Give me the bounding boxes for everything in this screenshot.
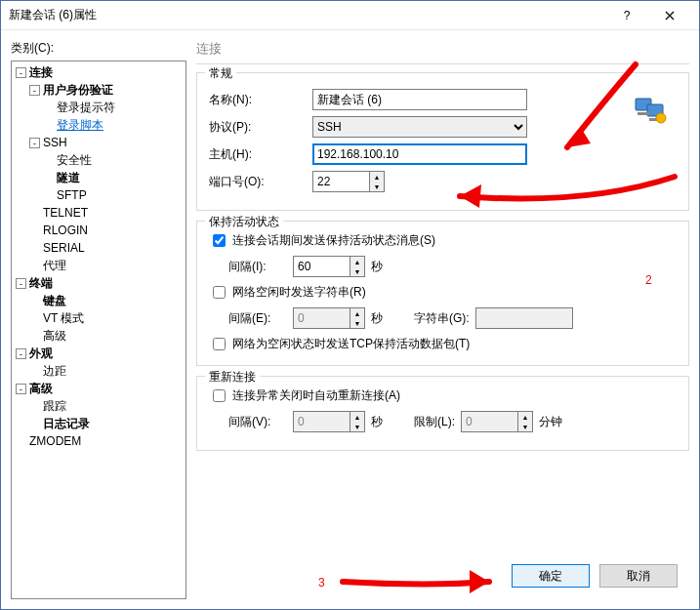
tree-connection[interactable]: 连接 xyxy=(29,65,53,79)
auto-reconnect-checkbox[interactable] xyxy=(213,389,226,402)
idle-string-checkbox[interactable] xyxy=(213,286,226,299)
idle-string-label: 网络空闲时发送字符串(R) xyxy=(232,284,366,301)
group-keepalive-title: 保持活动状态 xyxy=(205,214,283,230)
interval-v-label: 间隔(V): xyxy=(209,414,287,430)
tree-trace[interactable]: 跟踪 xyxy=(43,399,66,413)
right-column: 连接 常规 名称(N): 协议(P): xyxy=(196,40,689,599)
tree-zmodem[interactable]: ZMODEM xyxy=(29,434,81,448)
close-icon xyxy=(665,11,675,20)
svg-rect-2 xyxy=(638,112,649,115)
interval-i-spinner[interactable]: ▲▼ xyxy=(293,256,365,277)
category-label: 类别(C): xyxy=(11,40,186,57)
keepalive-send-checkbox[interactable] xyxy=(213,234,226,247)
protocol-select[interactable]: SSH xyxy=(312,116,527,138)
tree-margins[interactable]: 边距 xyxy=(43,364,66,378)
keepalive-send-label: 连接会话期间发送保持活动状态消息(S) xyxy=(232,232,435,249)
chevron-down-icon[interactable]: ▼ xyxy=(370,182,384,191)
ok-button[interactable]: 确定 xyxy=(512,564,590,588)
limit-label: 限制(L): xyxy=(414,414,455,430)
expand-icon[interactable]: - xyxy=(29,85,40,96)
group-general-title: 常规 xyxy=(205,65,236,82)
interval-v-input xyxy=(293,411,350,432)
tree-appearance[interactable]: 外观 xyxy=(29,346,53,360)
interval-e-spinner: ▲▼ xyxy=(293,307,365,329)
titlebar: 新建会话 (6)属性 ? xyxy=(1,1,699,30)
chevron-up-icon[interactable]: ▲ xyxy=(370,172,384,182)
tree-ssh[interactable]: SSH xyxy=(43,136,67,149)
expand-icon[interactable]: - xyxy=(16,348,26,359)
interval-e-input xyxy=(293,307,350,329)
host-input[interactable] xyxy=(312,143,527,165)
chevron-up-icon[interactable]: ▲ xyxy=(350,257,364,266)
chevron-up-icon: ▲ xyxy=(350,412,364,422)
seconds-label: 秒 xyxy=(371,259,383,275)
tree-sftp[interactable]: SFTP xyxy=(57,188,87,202)
string-input xyxy=(475,307,573,329)
interval-i-input[interactable] xyxy=(293,256,350,277)
chevron-up-icon: ▲ xyxy=(518,412,532,422)
tree-logging[interactable]: 日志记录 xyxy=(43,417,90,430)
tree-tunnel[interactable]: 隧道 xyxy=(57,171,80,184)
expand-icon[interactable]: - xyxy=(16,384,26,394)
tree-user-auth[interactable]: 用户身份验证 xyxy=(43,83,113,97)
tree-keyboard[interactable]: 键盘 xyxy=(43,294,66,307)
expand-icon[interactable]: - xyxy=(16,278,26,289)
close-button[interactable] xyxy=(648,1,691,30)
chevron-down-icon: ▼ xyxy=(350,318,364,328)
host-label: 主机(H): xyxy=(209,146,307,163)
tree-advanced[interactable]: 高级 xyxy=(29,382,53,395)
tcp-keepalive-label: 网络为空闲状态时发送TCP保持活动数据包(T) xyxy=(232,336,470,352)
tree-login-script[interactable]: 登录脚本 xyxy=(57,118,103,132)
chevron-down-icon: ▼ xyxy=(518,422,532,431)
help-button[interactable]: ? xyxy=(605,1,648,30)
tree-serial[interactable]: SERIAL xyxy=(43,241,85,255)
content: 类别(C): -连接 -用户身份验证 登录提示符 登录脚本 -SSH xyxy=(1,30,699,609)
seconds-label: 秒 xyxy=(371,310,383,327)
chevron-down-icon[interactable]: ▼ xyxy=(350,266,364,276)
dialog-window: 新建会话 (6)属性 ? 类别(C): -连接 -用户身份验证 登录提示符 登录… xyxy=(0,0,700,610)
seconds-label: 秒 xyxy=(371,414,383,430)
port-label: 端口号(O): xyxy=(209,174,307,190)
name-input[interactable] xyxy=(312,89,527,110)
limit-spinner: ▲▼ xyxy=(461,411,533,432)
port-spinner[interactable]: ▲▼ xyxy=(312,171,385,192)
protocol-label: 协议(P): xyxy=(209,119,307,136)
category-tree[interactable]: -连接 -用户身份验证 登录提示符 登录脚本 -SSH 安全性 xyxy=(11,61,186,599)
left-column: 类别(C): -连接 -用户身份验证 登录提示符 登录脚本 -SSH xyxy=(11,40,186,599)
limit-input xyxy=(461,411,517,432)
expand-icon[interactable]: - xyxy=(16,67,26,78)
tree-security[interactable]: 安全性 xyxy=(57,153,92,167)
port-input[interactable] xyxy=(312,171,369,192)
minutes-label: 分钟 xyxy=(539,414,562,430)
group-reconnect-title: 重新连接 xyxy=(205,369,260,386)
chevron-up-icon: ▲ xyxy=(350,308,364,318)
tree-advanced-term[interactable]: 高级 xyxy=(43,329,66,343)
tree-terminal[interactable]: 终端 xyxy=(29,276,53,290)
window-title: 新建会话 (6)属性 xyxy=(9,7,605,23)
string-label: 字符串(G): xyxy=(414,310,470,327)
tree-proxy[interactable]: 代理 xyxy=(43,259,66,272)
interval-v-spinner: ▲▼ xyxy=(293,411,365,432)
tree-login-prompt[interactable]: 登录提示符 xyxy=(57,101,115,114)
tree-rlogin[interactable]: RLOGIN xyxy=(43,224,88,237)
dialog-footer: 确定 取消 xyxy=(512,564,678,588)
tree-telnet[interactable]: TELNET xyxy=(43,206,88,220)
name-label: 名称(N): xyxy=(209,92,307,108)
group-reconnect: 重新连接 连接异常关闭时自动重新连接(A) 间隔(V): ▲▼ 秒 限制(L):… xyxy=(196,376,689,451)
chevron-down-icon: ▼ xyxy=(350,422,364,431)
tree-vt-mode[interactable]: VT 模式 xyxy=(43,311,84,325)
expand-icon[interactable]: - xyxy=(29,138,40,148)
panel-title: 连接 xyxy=(196,40,689,64)
cancel-button[interactable]: 取消 xyxy=(599,564,678,588)
auto-reconnect-label: 连接异常关闭时自动重新连接(A) xyxy=(232,387,400,404)
hosts-icon xyxy=(634,93,669,127)
interval-e-label: 间隔(E): xyxy=(209,310,287,327)
tcp-keepalive-checkbox[interactable] xyxy=(213,338,226,350)
group-keepalive: 保持活动状态 连接会话期间发送保持活动状态消息(S) 间隔(I): ▲▼ 秒 网… xyxy=(196,221,689,366)
svg-point-4 xyxy=(656,113,666,123)
group-general: 常规 名称(N): 协议(P): xyxy=(196,72,689,211)
interval-i-label: 间隔(I): xyxy=(209,259,287,275)
